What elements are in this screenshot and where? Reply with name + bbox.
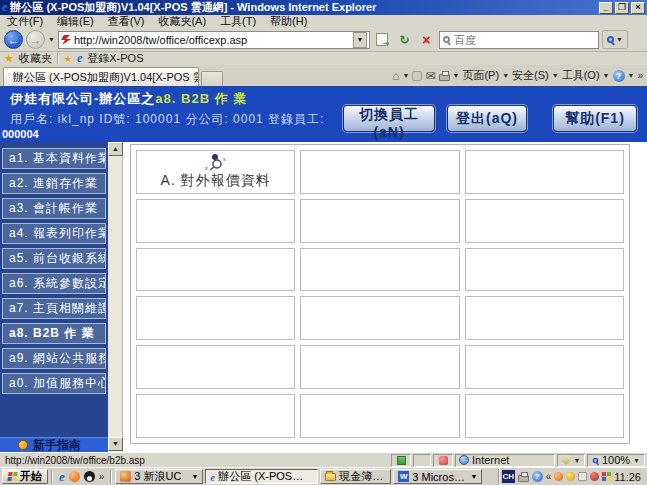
switch-employee-button[interactable]: 切換員工(aN) [343, 105, 435, 132]
sidebar-item-a5[interactable]: a5. 前台收銀系統 [2, 248, 106, 269]
page-menu-button[interactable]: 页面(P) [462, 68, 499, 83]
menu-tools[interactable]: 工具(T) [213, 15, 263, 28]
tray-help-icon[interactable]: ? [532, 471, 543, 482]
sidebar-item-a4[interactable]: a4. 報表列印作業 [2, 223, 106, 244]
add-favorite-icon[interactable]: ★ [64, 54, 72, 64]
quick-launch-chevron[interactable]: » [99, 471, 105, 482]
favorite-link[interactable]: 登錄X-POS [87, 51, 143, 66]
more-commands-chevron[interactable]: » [637, 70, 643, 81]
sidebar-item-a3[interactable]: a3. 會計帳作業 [2, 198, 106, 219]
grid-cell [300, 394, 459, 438]
language-indicator[interactable]: CH [502, 470, 515, 483]
search-input[interactable] [454, 34, 596, 46]
sidebar-item-a2[interactable]: a2. 進銷存作業 [2, 173, 106, 194]
start-label: 开始 [20, 469, 42, 484]
url-dropdown-icon[interactable]: ▼ [353, 32, 367, 48]
menu-edit[interactable]: 编辑(E) [50, 15, 101, 28]
sidebar-item-a8-selected[interactable]: a8. B2B 作 業 [2, 323, 106, 344]
tray-printer-icon[interactable] [518, 475, 529, 482]
address-bar: ← → ▼ ▼ ↻ × ▼ [0, 28, 647, 52]
back-button[interactable]: ← [4, 30, 23, 49]
quick-launch-qq-icon[interactable] [84, 471, 95, 482]
scroll-down-icon[interactable]: ▼ [108, 437, 123, 451]
menu-file[interactable]: 文件(F) [0, 15, 50, 28]
feeds-icon[interactable] [412, 71, 422, 81]
status-bar: http://win2008/tw/office/b2b.asp Interne… [0, 452, 647, 467]
grid-cell [136, 296, 295, 340]
beginner-guide-button[interactable]: 新手指南 [0, 437, 108, 452]
favorites-button[interactable]: 收藏夹 [19, 51, 52, 66]
print-icon[interactable] [439, 74, 450, 81]
sidebar-item-a9[interactable]: a9. 網站公共服務 [2, 348, 106, 369]
grid-cell [136, 199, 295, 243]
tray-icon-red[interactable] [590, 472, 599, 481]
sidebar-item-a6[interactable]: a6. 系統參數設定 [2, 273, 106, 294]
help-icon[interactable]: ? [613, 70, 625, 82]
refresh-button[interactable]: ↻ [395, 30, 414, 49]
active-tab[interactable]: 辦公區 (X-POS加盟商)V1.04[X-POS 雲通網] [3, 67, 199, 86]
search-go-button[interactable]: ▼ [602, 30, 628, 49]
zoom-icon [593, 457, 599, 463]
stop-button[interactable]: × [417, 30, 436, 49]
search-go-icon [607, 36, 614, 43]
zoom-control[interactable]: 100% ▼ [587, 454, 645, 467]
address-field[interactable]: ▼ [58, 31, 370, 49]
grid-cell [136, 345, 295, 389]
history-dropdown-icon[interactable]: ▼ [48, 36, 55, 43]
protected-mode-icon [562, 455, 571, 465]
tools-menu-button[interactable]: 工具(O) [562, 68, 600, 83]
menu-view[interactable]: 查看(V) [101, 15, 152, 28]
compatibility-view-button[interactable] [373, 30, 392, 49]
protected-mode-cell[interactable]: ▼ [557, 454, 585, 467]
forward-button[interactable]: → [26, 30, 45, 49]
help-button[interactable]: 幫助(F1) [553, 105, 637, 132]
menu-favorites[interactable]: 收藏夹(A) [151, 15, 213, 28]
tray-icon-orange[interactable] [554, 472, 563, 481]
menu-bar: 文件(F) 编辑(E) 查看(V) 收藏夹(A) 工具(T) 帮助(H) [0, 15, 647, 28]
grid-item-quote-data[interactable]: s s A. 對外報價資料 [136, 150, 295, 194]
status-zone: Internet [455, 454, 555, 467]
section-name: a8. B2B 作 業 [155, 91, 247, 106]
ie-window-icon: e [210, 471, 215, 483]
safety-menu-button[interactable]: 安全(S) [512, 68, 549, 83]
search-box[interactable] [439, 31, 599, 49]
quick-launch-ie-icon[interactable]: e [59, 469, 65, 485]
mail-icon[interactable]: ✉ [425, 69, 435, 83]
sidebar-item-a1[interactable]: a1. 基本資料作業 [2, 148, 106, 169]
tray-chevron[interactable]: « [546, 471, 552, 482]
minimize-button[interactable]: _ [599, 2, 613, 14]
taskbar-group-office[interactable]: W 3 Microsoft Off... ▼ [393, 469, 482, 484]
status-url: http://win2008/tw/office/b2b.asp [2, 455, 389, 466]
svg-text:s: s [205, 164, 209, 171]
grid-cell [465, 150, 624, 194]
employee-id: 000004 [2, 128, 39, 140]
taskbar-window-cashbook[interactable]: 現金簿票登錄 [320, 469, 391, 484]
word-icon: W [398, 471, 409, 482]
sidebar-item-a0[interactable]: a0. 加值服務中心 [2, 373, 106, 394]
restore-button[interactable]: ❐ [615, 2, 629, 14]
svg-text:s: s [223, 155, 227, 163]
taskbar-window-office-active[interactable]: e 辦公區 (X-POS加盟... [205, 469, 318, 484]
start-button[interactable]: 开始 [2, 469, 48, 484]
sidebar-scrollbar[interactable]: ▲ ▼ [108, 142, 123, 452]
new-tab-button[interactable] [201, 71, 223, 86]
menu-help[interactable]: 帮助(H) [263, 15, 314, 28]
url-input[interactable] [74, 34, 350, 46]
quote-item-icon: s s [203, 153, 229, 171]
site-favicon [61, 35, 71, 45]
tray-icon-yellow[interactable] [566, 472, 575, 481]
close-button[interactable]: × [631, 2, 645, 14]
tray-icon-msn[interactable] [602, 472, 611, 481]
quick-launch-uc-icon[interactable] [69, 471, 80, 482]
blocked-icon [439, 456, 448, 465]
home-icon[interactable]: ⌂ [392, 69, 399, 83]
tray-icon-document[interactable] [578, 472, 587, 481]
scroll-up-icon[interactable]: ▲ [108, 142, 123, 156]
main-area: a1. 基本資料作業 a2. 進銷存作業 a3. 會計帳作業 a4. 報表列印作… [0, 142, 647, 452]
logout-button[interactable]: 登出(aQ) [447, 105, 527, 132]
search-icon [443, 36, 450, 43]
sidebar-item-a7[interactable]: a7. 主頁相關維護 [2, 298, 106, 319]
tab-bar: 辦公區 (X-POS加盟商)V1.04[X-POS 雲通網] ⌂▼ ✉ ▼ 页面… [0, 65, 647, 86]
menu-grid: s s A. 對外報價資料 [130, 144, 630, 444]
taskbar-group-sina-uc[interactable]: 3 新浪UC ▼ [115, 469, 203, 484]
